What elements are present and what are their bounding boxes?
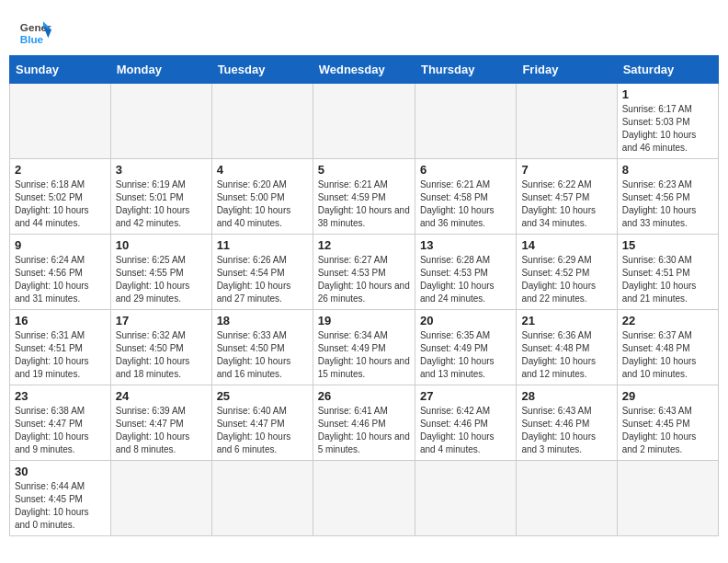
day-info: Sunrise: 6:26 AM Sunset: 4:54 PM Dayligh…	[217, 254, 308, 305]
day-number: 27	[420, 389, 511, 403]
day-number: 23	[15, 389, 106, 403]
day-number: 13	[420, 238, 511, 252]
calendar-cell: 5Sunrise: 6:21 AM Sunset: 4:59 PM Daylig…	[313, 159, 415, 235]
day-number: 29	[622, 389, 713, 403]
calendar-container: SundayMondayTuesdayWednesdayThursdayFrid…	[0, 55, 728, 546]
calendar-cell	[313, 84, 415, 159]
day-info: Sunrise: 6:25 AM Sunset: 4:55 PM Dayligh…	[116, 254, 207, 305]
weekday-header-tuesday: Tuesday	[211, 56, 313, 84]
day-info: Sunrise: 6:21 AM Sunset: 4:59 PM Dayligh…	[318, 178, 410, 230]
calendar-cell	[211, 461, 313, 536]
day-info: Sunrise: 6:36 AM Sunset: 4:48 PM Dayligh…	[521, 329, 611, 381]
day-info: Sunrise: 6:30 AM Sunset: 4:51 PM Dayligh…	[622, 254, 713, 305]
day-info: Sunrise: 6:20 AM Sunset: 5:00 PM Dayligh…	[217, 178, 308, 230]
calendar-cell: 29Sunrise: 6:43 AM Sunset: 4:45 PM Dayli…	[617, 385, 718, 461]
calendar-cell: 17Sunrise: 6:32 AM Sunset: 4:50 PM Dayli…	[110, 310, 211, 385]
calendar-cell: 1Sunrise: 6:17 AM Sunset: 5:03 PM Daylig…	[617, 84, 718, 159]
calendar-cell: 12Sunrise: 6:27 AM Sunset: 4:53 PM Dayli…	[313, 235, 415, 310]
day-number: 2	[15, 163, 106, 177]
calendar-cell: 26Sunrise: 6:41 AM Sunset: 4:46 PM Dayli…	[313, 385, 415, 461]
calendar-cell: 13Sunrise: 6:28 AM Sunset: 4:53 PM Dayli…	[415, 235, 516, 310]
day-number: 4	[217, 163, 308, 177]
day-number: 11	[217, 238, 308, 252]
day-number: 15	[622, 238, 713, 252]
calendar-cell	[415, 461, 516, 536]
day-number: 17	[116, 314, 207, 327]
calendar-cell: 28Sunrise: 6:43 AM Sunset: 4:46 PM Dayli…	[517, 385, 617, 461]
day-info: Sunrise: 6:35 AM Sunset: 4:49 PM Dayligh…	[420, 329, 511, 381]
calendar-week-row: 9Sunrise: 6:24 AM Sunset: 4:56 PM Daylig…	[10, 235, 719, 310]
calendar-cell	[517, 84, 617, 159]
calendar-cell: 3Sunrise: 6:19 AM Sunset: 5:01 PM Daylig…	[110, 159, 211, 235]
weekday-header-row: SundayMondayTuesdayWednesdayThursdayFrid…	[10, 56, 719, 84]
day-info: Sunrise: 6:19 AM Sunset: 5:01 PM Dayligh…	[116, 178, 207, 230]
day-number: 28	[521, 389, 611, 403]
calendar-cell: 24Sunrise: 6:39 AM Sunset: 4:47 PM Dayli…	[110, 385, 211, 461]
calendar-cell: 10Sunrise: 6:25 AM Sunset: 4:55 PM Dayli…	[110, 235, 211, 310]
calendar-table: SundayMondayTuesdayWednesdayThursdayFrid…	[9, 55, 719, 536]
day-number: 21	[521, 314, 611, 327]
day-info: Sunrise: 6:28 AM Sunset: 4:53 PM Dayligh…	[420, 254, 511, 305]
day-number: 12	[318, 238, 410, 252]
calendar-cell	[10, 84, 111, 159]
calendar-cell: 18Sunrise: 6:33 AM Sunset: 4:50 PM Dayli…	[211, 310, 313, 385]
calendar-cell: 21Sunrise: 6:36 AM Sunset: 4:48 PM Dayli…	[517, 310, 617, 385]
day-number: 1	[622, 87, 713, 101]
calendar-cell	[617, 461, 718, 536]
calendar-week-row: 16Sunrise: 6:31 AM Sunset: 4:51 PM Dayli…	[10, 310, 719, 385]
weekday-header-wednesday: Wednesday	[313, 56, 415, 84]
day-number: 16	[15, 314, 106, 327]
weekday-header-friday: Friday	[517, 56, 617, 84]
svg-text:Blue: Blue	[20, 33, 44, 45]
day-info: Sunrise: 6:29 AM Sunset: 4:52 PM Dayligh…	[521, 254, 611, 305]
day-info: Sunrise: 6:41 AM Sunset: 4:46 PM Dayligh…	[318, 405, 410, 456]
day-number: 22	[622, 314, 713, 327]
calendar-cell: 27Sunrise: 6:42 AM Sunset: 4:46 PM Dayli…	[415, 385, 516, 461]
calendar-cell	[110, 461, 211, 536]
day-number: 9	[15, 238, 106, 252]
day-info: Sunrise: 6:40 AM Sunset: 4:47 PM Dayligh…	[217, 405, 308, 456]
day-info: Sunrise: 6:43 AM Sunset: 4:45 PM Dayligh…	[622, 405, 713, 456]
calendar-cell	[211, 84, 313, 159]
calendar-cell: 15Sunrise: 6:30 AM Sunset: 4:51 PM Dayli…	[617, 235, 718, 310]
calendar-cell: 19Sunrise: 6:34 AM Sunset: 4:49 PM Dayli…	[313, 310, 415, 385]
day-number: 20	[420, 314, 511, 327]
calendar-cell	[110, 84, 211, 159]
calendar-cell: 22Sunrise: 6:37 AM Sunset: 4:48 PM Dayli…	[617, 310, 718, 385]
calendar-cell: 25Sunrise: 6:40 AM Sunset: 4:47 PM Dayli…	[211, 385, 313, 461]
calendar-cell: 8Sunrise: 6:23 AM Sunset: 4:56 PM Daylig…	[617, 159, 718, 235]
day-info: Sunrise: 6:24 AM Sunset: 4:56 PM Dayligh…	[15, 254, 106, 305]
day-number: 8	[622, 163, 713, 177]
day-info: Sunrise: 6:38 AM Sunset: 4:47 PM Dayligh…	[15, 405, 106, 456]
calendar-cell	[313, 461, 415, 536]
calendar-cell: 6Sunrise: 6:21 AM Sunset: 4:58 PM Daylig…	[415, 159, 516, 235]
day-info: Sunrise: 6:22 AM Sunset: 4:57 PM Dayligh…	[521, 178, 611, 230]
calendar-week-row: 30Sunrise: 6:44 AM Sunset: 4:45 PM Dayli…	[10, 461, 719, 536]
calendar-cell: 23Sunrise: 6:38 AM Sunset: 4:47 PM Dayli…	[10, 385, 111, 461]
day-info: Sunrise: 6:39 AM Sunset: 4:47 PM Dayligh…	[116, 405, 207, 456]
day-info: Sunrise: 6:27 AM Sunset: 4:53 PM Dayligh…	[318, 254, 410, 305]
day-number: 25	[217, 389, 308, 403]
day-info: Sunrise: 6:34 AM Sunset: 4:49 PM Dayligh…	[318, 329, 410, 381]
day-info: Sunrise: 6:31 AM Sunset: 4:51 PM Dayligh…	[15, 329, 106, 381]
calendar-cell: 7Sunrise: 6:22 AM Sunset: 4:57 PM Daylig…	[517, 159, 617, 235]
day-number: 24	[116, 389, 207, 403]
calendar-cell	[415, 84, 516, 159]
day-info: Sunrise: 6:18 AM Sunset: 5:02 PM Dayligh…	[15, 178, 106, 230]
day-info: Sunrise: 6:32 AM Sunset: 4:50 PM Dayligh…	[116, 329, 207, 381]
calendar-cell: 20Sunrise: 6:35 AM Sunset: 4:49 PM Dayli…	[415, 310, 516, 385]
calendar-cell: 4Sunrise: 6:20 AM Sunset: 5:00 PM Daylig…	[211, 159, 313, 235]
calendar-cell: 11Sunrise: 6:26 AM Sunset: 4:54 PM Dayli…	[211, 235, 313, 310]
calendar-cell	[517, 461, 617, 536]
day-number: 5	[318, 163, 410, 177]
day-number: 26	[318, 389, 410, 403]
day-number: 6	[420, 163, 511, 177]
calendar-cell: 9Sunrise: 6:24 AM Sunset: 4:56 PM Daylig…	[10, 235, 111, 310]
weekday-header-monday: Monday	[110, 56, 211, 84]
calendar-cell: 2Sunrise: 6:18 AM Sunset: 5:02 PM Daylig…	[10, 159, 111, 235]
calendar-week-row: 2Sunrise: 6:18 AM Sunset: 5:02 PM Daylig…	[10, 159, 719, 235]
day-info: Sunrise: 6:33 AM Sunset: 4:50 PM Dayligh…	[217, 329, 308, 381]
day-number: 10	[116, 238, 207, 252]
calendar-cell: 30Sunrise: 6:44 AM Sunset: 4:45 PM Dayli…	[10, 461, 111, 536]
day-number: 14	[521, 238, 611, 252]
